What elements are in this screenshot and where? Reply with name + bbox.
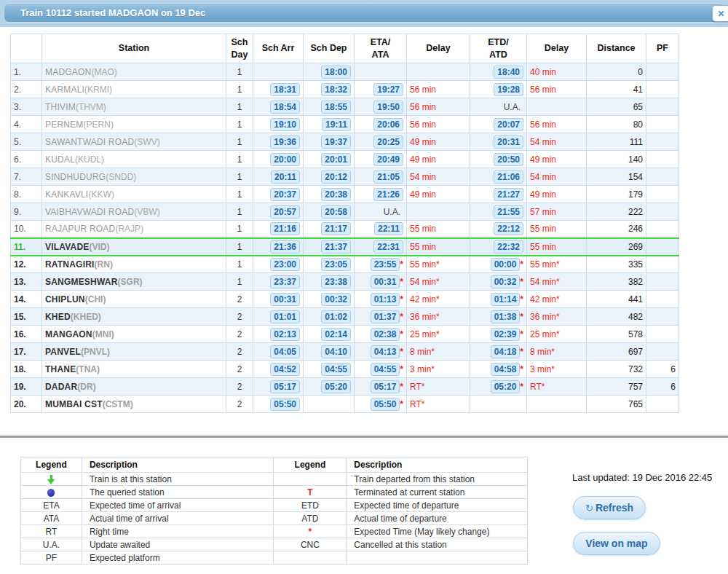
sch-arr-time-chip[interactable]: 23:37: [270, 275, 300, 288]
expected-time-star: *: [520, 259, 523, 270]
sch-day-cell: 2: [226, 291, 253, 308]
sch-arr-time-chip[interactable]: 01:01: [270, 310, 300, 323]
eta-time-chip[interactable]: 05:17: [371, 380, 400, 393]
eta-time-chip[interactable]: 04:55: [371, 363, 400, 376]
etd-time-chip[interactable]: 01:14: [491, 293, 521, 306]
arrival-delay-cell: RT*: [407, 378, 470, 396]
distance-cell: 335: [587, 256, 646, 273]
sch-arr-time-chip[interactable]: 20:37: [270, 188, 300, 201]
eta-time-chip[interactable]: 19:27: [373, 83, 403, 96]
sch-dep-time-chip[interactable]: 20:38: [321, 188, 351, 201]
station-code: (PERN): [84, 119, 114, 130]
etd-time-chip[interactable]: 02:39: [491, 328, 521, 341]
eta-update-awaited: U.A.: [384, 207, 403, 217]
sch-dep-time-chip[interactable]: 20:01: [321, 153, 351, 166]
departure-delay: 49 min: [530, 154, 556, 165]
sch-day-cell: 1: [226, 151, 253, 168]
sch-day-cell: 2: [226, 378, 253, 396]
departure-delay-cell: 49 min: [527, 151, 587, 168]
sch-arr-time-chip[interactable]: 21:16: [270, 222, 300, 235]
station-cell: KHED(KHED): [42, 308, 226, 326]
sch-arr-time-chip[interactable]: 19:36: [270, 135, 300, 149]
etd-time-chip[interactable]: 21:55: [494, 205, 523, 219]
etd-time-chip[interactable]: 21:27: [494, 188, 523, 201]
sch-arr-time-chip[interactable]: 23:00: [270, 258, 300, 271]
sch-arr-time-chip[interactable]: 18:54: [270, 101, 300, 114]
etd-time-chip[interactable]: 04:58: [491, 363, 521, 376]
etd-time-chip[interactable]: 18:40: [494, 66, 523, 79]
eta-time-chip[interactable]: 22:11: [374, 222, 403, 235]
sch-dep-time-chip[interactable]: 20:58: [321, 205, 351, 219]
refresh-button[interactable]: ↻Refresh: [573, 496, 646, 519]
etd-time-chip[interactable]: 05:20: [491, 380, 521, 393]
sch-arr-time-chip[interactable]: 20:11: [271, 170, 300, 184]
sch-arr-time-chip[interactable]: 04:05: [270, 345, 300, 358]
eta-time-chip[interactable]: 22:31: [373, 240, 403, 253]
eta-time-chip[interactable]: 05:50: [371, 398, 400, 411]
sch-arr-time-chip[interactable]: 20:57: [270, 205, 300, 219]
etd-time-chip[interactable]: 04:18: [491, 345, 521, 358]
etd-time-chip[interactable]: 21:06: [494, 170, 523, 184]
eta-time-chip[interactable]: 20:25: [373, 135, 403, 149]
eta-time-chip[interactable]: 01:37: [371, 310, 400, 323]
sch-dep-time-chip[interactable]: 21:17: [321, 222, 351, 235]
sch-dep-time-chip[interactable]: 18:00: [321, 66, 351, 79]
sch-dep-time-chip[interactable]: 01:02: [321, 310, 351, 323]
sch-arr-time-chip[interactable]: 02:13: [270, 328, 300, 341]
sch-dep-time-chip[interactable]: 20:12: [321, 170, 351, 184]
eta-time-chip[interactable]: 04:13: [371, 345, 400, 358]
etd-time-chip[interactable]: 20:07: [494, 118, 523, 131]
station-row: 8.KANKAVLI(KKW)120:3720:3821:2649 min21:…: [11, 186, 679, 203]
sch-dep-time-chip[interactable]: 18:55: [321, 101, 351, 114]
sch-dep-time-chip[interactable]: 00:32: [321, 293, 351, 306]
sch-dep-time-chip[interactable]: 21:37: [321, 240, 351, 253]
eta-time-chip[interactable]: 01:13: [371, 293, 400, 306]
sch-dep-time-chip[interactable]: 19:37: [321, 135, 351, 149]
legend-symbol-cell: ETA: [21, 499, 82, 512]
view-on-map-button[interactable]: View on map: [573, 532, 660, 555]
etd-time-chip[interactable]: 22:32: [494, 240, 523, 253]
sch-arr-time-chip[interactable]: 05:50: [270, 398, 300, 411]
eta-time-chip[interactable]: 21:05: [373, 170, 403, 184]
sch-dep-time-chip[interactable]: 04:10: [321, 345, 351, 358]
sch-arr-time-chip[interactable]: 18:31: [270, 83, 300, 96]
sch-arr-time-chip[interactable]: 04:52: [270, 363, 300, 376]
etd-time-chip[interactable]: 01:38: [491, 310, 521, 323]
eta-time-chip[interactable]: 21:26: [373, 188, 403, 201]
sch-arr-time-chip[interactable]: 19:10: [270, 118, 300, 131]
etd-time-chip[interactable]: 20:50: [494, 153, 523, 166]
station-code: (RN): [95, 259, 113, 270]
eta-cell: 22:11: [355, 221, 407, 238]
sch-arr-time-chip[interactable]: 00:31: [270, 293, 300, 306]
eta-time-chip[interactable]: 20:06: [373, 118, 403, 131]
sch-dep-time-chip[interactable]: 02:14: [321, 328, 351, 341]
sch-dep-time-chip[interactable]: 04:55: [321, 363, 351, 376]
sch-dep-time-chip[interactable]: 19:11: [322, 118, 351, 131]
station-cell: SANGMESHWAR(SGR): [42, 273, 226, 291]
etd-time-chip[interactable]: 00:00: [491, 258, 521, 271]
arrival-delay: 8 min*: [410, 347, 435, 357]
etd-time-chip[interactable]: 00:32: [491, 275, 521, 288]
eta-time-chip[interactable]: 20:49: [373, 153, 403, 166]
arrival-delay-cell: 3 min*: [407, 361, 470, 378]
etd-time-chip[interactable]: 22:12: [494, 222, 523, 235]
sch-dep-time-chip[interactable]: 23:38: [321, 275, 351, 288]
eta-time-chip[interactable]: 23:55: [371, 258, 400, 271]
etd-time-chip[interactable]: 20:31: [494, 135, 523, 149]
sch-dep-cell: 18:55: [304, 98, 355, 116]
eta-time-chip[interactable]: 19:50: [373, 101, 403, 114]
sch-arr-time-chip[interactable]: 05:17: [270, 380, 300, 393]
eta-time-chip[interactable]: 02:38: [371, 328, 400, 341]
platform-cell: [646, 396, 679, 413]
sch-dep-time-chip[interactable]: 18:32: [321, 83, 351, 96]
sch-arr-time-chip[interactable]: 20:00: [270, 153, 300, 166]
sch-arr-time-chip[interactable]: 21:36: [270, 240, 300, 253]
sch-dep-time-chip[interactable]: 05:20: [321, 380, 351, 393]
station-code: (VID): [90, 242, 110, 252]
eta-cell: U.A.: [355, 203, 407, 221]
sch-dep-time-chip[interactable]: 23:05: [321, 258, 351, 271]
etd-time-chip[interactable]: 19:28: [494, 83, 523, 96]
sch-dep-cell: 23:38: [304, 273, 355, 291]
close-button[interactable]: ✕: [712, 5, 728, 22]
eta-time-chip[interactable]: 00:31: [371, 275, 400, 288]
